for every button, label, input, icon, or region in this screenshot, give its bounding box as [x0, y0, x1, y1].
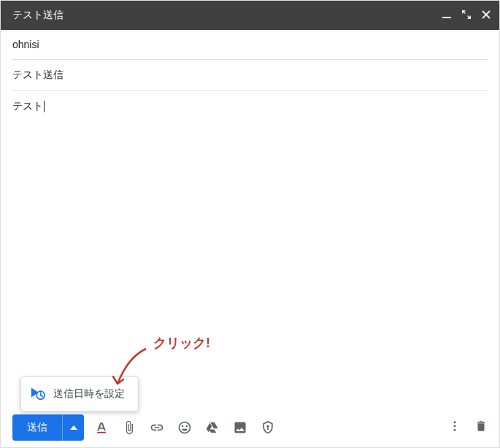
svg-point-6 — [454, 425, 456, 428]
titlebar: テスト送信 — [1, 1, 499, 30]
to-field[interactable]: ohnisi — [12, 30, 488, 60]
drive-icon[interactable] — [205, 420, 220, 435]
right-tools — [448, 420, 488, 436]
close-icon[interactable] — [482, 9, 491, 21]
svg-rect-3 — [97, 432, 106, 433]
emoji-icon[interactable] — [177, 420, 192, 435]
send-button-group: 送信 — [12, 414, 84, 441]
image-icon[interactable] — [233, 420, 247, 435]
formatting-tools — [94, 420, 275, 435]
more-options-icon[interactable] — [448, 420, 461, 436]
fullscreen-icon[interactable] — [461, 9, 472, 22]
body-text: テスト — [12, 100, 45, 112]
svg-point-4 — [266, 425, 269, 428]
text-format-icon[interactable] — [94, 420, 109, 435]
svg-point-7 — [454, 429, 456, 431]
delete-icon[interactable] — [474, 420, 488, 436]
send-button[interactable]: 送信 — [12, 414, 62, 441]
link-icon[interactable] — [150, 420, 164, 435]
schedule-send-popup[interactable]: 送信日時を設定 — [20, 376, 139, 412]
svg-point-5 — [454, 421, 456, 423]
schedule-send-label: 送信日時を設定 — [53, 387, 125, 401]
minimize-icon[interactable] — [442, 9, 451, 21]
svg-rect-0 — [442, 17, 451, 18]
subject-field[interactable]: テスト送信 — [12, 60, 488, 91]
attach-icon[interactable] — [122, 420, 136, 435]
schedule-icon — [30, 385, 46, 403]
send-more-button[interactable] — [62, 414, 84, 441]
window-controls — [442, 9, 491, 22]
window-title: テスト送信 — [12, 9, 442, 22]
confidential-icon[interactable] — [261, 420, 275, 435]
compose-toolbar: 送信 — [1, 408, 499, 447]
message-body[interactable]: テスト — [1, 91, 499, 408]
header-fields: ohnisi テスト送信 — [1, 30, 499, 91]
